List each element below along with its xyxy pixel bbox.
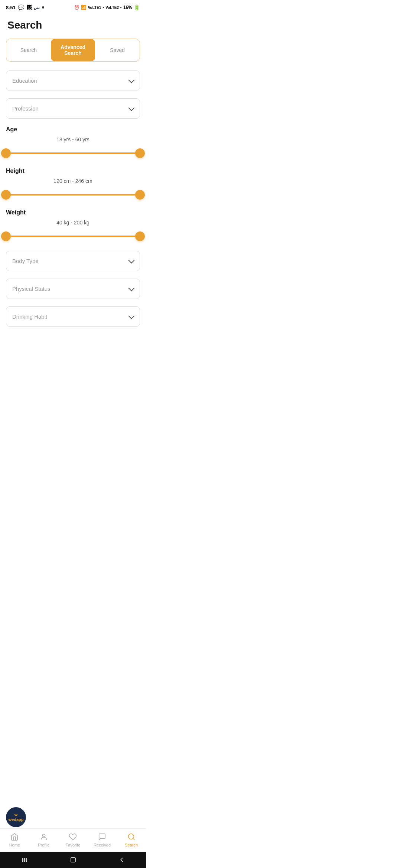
profession-chevron-icon	[128, 105, 135, 111]
height-label: Height	[6, 168, 140, 174]
weight-thumb-min[interactable]	[1, 231, 11, 241]
height-thumb-max[interactable]	[135, 190, 145, 200]
body-type-dropdown[interactable]: Body Type	[6, 251, 140, 271]
status-bar: 8:51 💬 🖼 بس ⏰ 📶 VoLTE1 ▪ VoLTE2 ▪ 16% 🔋	[0, 0, 146, 13]
page-title: Search	[0, 13, 146, 39]
gallery-icon: 🖼	[26, 4, 32, 10]
age-thumb-min[interactable]	[1, 148, 11, 158]
tab-bar: Search Advanced Search Saved	[6, 39, 140, 62]
drinking-habit-label: Drinking Habit	[12, 313, 47, 320]
age-label: Age	[6, 126, 140, 133]
height-slider[interactable]	[6, 189, 140, 200]
tab-saved[interactable]: Saved	[95, 39, 140, 61]
lte1-label: VoLTE1	[88, 6, 101, 10]
filter-content: Education Profession Age 18 yrs - 60 yrs…	[0, 70, 146, 379]
weight-section: Weight 40 kg - 200 kg	[6, 209, 140, 242]
lte2-label: VoLTE2	[105, 6, 119, 10]
sim-icon: بس	[34, 6, 40, 10]
time: 8:51	[6, 5, 16, 10]
weight-slider[interactable]	[6, 231, 140, 242]
age-slider[interactable]	[6, 148, 140, 159]
dot-indicator	[42, 6, 44, 9]
battery-icon: 🔋	[134, 4, 140, 10]
signal2-icon: ▪	[120, 5, 122, 10]
drinking-habit-chevron-icon	[128, 313, 135, 319]
tab-advanced-search[interactable]: Advanced Search	[51, 39, 95, 61]
tab-search[interactable]: Search	[6, 39, 51, 61]
age-range-values: 18 yrs - 60 yrs	[6, 137, 140, 142]
height-section: Height 120 cm - 246 cm	[6, 168, 140, 200]
whatsapp-icon: 💬	[18, 4, 24, 10]
profession-label: Profession	[12, 105, 39, 112]
age-track	[6, 152, 140, 154]
profession-dropdown[interactable]: Profession	[6, 98, 140, 119]
physical-status-label: Physical Status	[12, 286, 50, 292]
height-track	[6, 194, 140, 195]
drinking-habit-dropdown[interactable]: Drinking Habit	[6, 306, 140, 327]
weight-track	[6, 236, 140, 237]
signal1-icon: ▪	[102, 5, 104, 10]
education-label: Education	[12, 78, 37, 84]
education-dropdown[interactable]: Education	[6, 70, 140, 91]
age-thumb-max[interactable]	[135, 148, 145, 158]
age-section: Age 18 yrs - 60 yrs	[6, 126, 140, 159]
alarm-icon: ⏰	[74, 5, 79, 10]
body-type-label: Body Type	[12, 258, 39, 264]
weight-range-values: 40 kg - 200 kg	[6, 220, 140, 226]
physical-status-chevron-icon	[128, 285, 135, 291]
wifi-icon: 📶	[81, 5, 87, 10]
height-range-values: 120 cm - 246 cm	[6, 178, 140, 184]
status-icons: ⏰ 📶 VoLTE1 ▪ VoLTE2 ▪ 16% 🔋	[74, 4, 140, 10]
body-type-chevron-icon	[128, 257, 135, 263]
physical-status-dropdown[interactable]: Physical Status	[6, 279, 140, 299]
weight-thumb-max[interactable]	[135, 231, 145, 241]
height-thumb-min[interactable]	[1, 190, 11, 200]
battery-percent: 16%	[123, 5, 132, 10]
education-chevron-icon	[128, 77, 135, 83]
weight-label: Weight	[6, 209, 140, 216]
